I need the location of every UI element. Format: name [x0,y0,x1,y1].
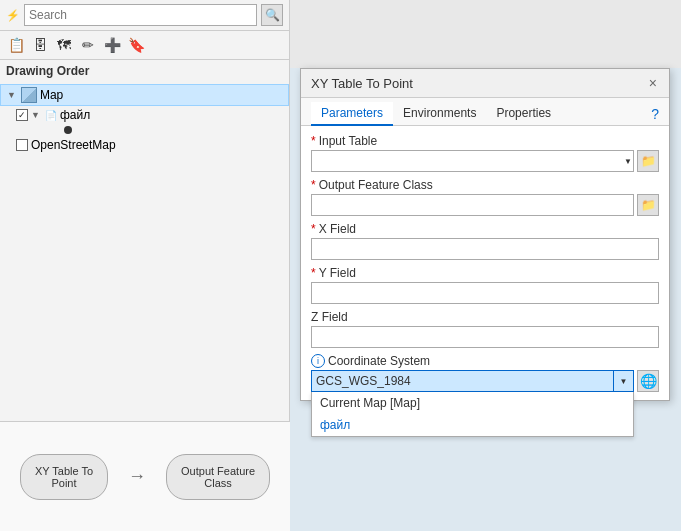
x-field-input[interactable] [311,238,659,260]
coord-system-label: i Coordinate System [311,354,659,368]
drawing-order-label: Drawing Order [0,60,289,82]
map-icon[interactable]: 🗺 [54,35,74,55]
group-icon[interactable]: ➕ [102,35,122,55]
output-feature-class-field: * Output Feature Class 📁 [311,178,659,216]
coord-system-label-text: Coordinate System [328,354,430,368]
input-table-input-row: ▼ 📁 [311,150,659,172]
coord-system-input[interactable] [311,370,614,392]
dialog-tabs: Parameters Environments Properties ? [301,98,669,126]
coord-globe-button[interactable]: 🌐 [637,370,659,392]
left-panel: ⚡ 🔍 📋 🗄 🗺 ✏ ➕ 🔖 Drawing Order ▼ Map ▼ 📄 … [0,0,290,531]
x-field-label: * X Field [311,222,659,236]
layer-checkbox-file[interactable] [16,109,28,121]
diagram-box-output: Output Feature Class [166,454,270,500]
search-input[interactable] [24,4,257,26]
input-table-field: * Input Table ▼ 📁 [311,134,659,172]
layer-name-map: Map [40,88,63,102]
info-icon: i [311,354,325,368]
coordinate-system-field: i Coordinate System ▼ Current Map [Map] … [311,354,659,392]
expand-icon-file: ▼ [31,110,40,120]
coord-system-dropdown-popup: Current Map [Map] файл [311,392,634,437]
diagram-box2-text: Output Feature [181,465,255,477]
diagram-box1-text: XY Table To [35,465,93,477]
xy-table-to-point-dialog: XY Table To Point × Parameters Environme… [300,68,670,401]
required-star-y: * [311,266,316,280]
input-table-label-text: Input Table [319,134,378,148]
bookmark-icon[interactable]: 🔖 [126,35,146,55]
input-table-dropdown-wrapper: ▼ [311,150,634,172]
tab-properties[interactable]: Properties [486,102,561,126]
z-field-label: Z Field [311,310,659,324]
output-fc-folder-button[interactable]: 📁 [637,194,659,216]
output-fc-input-row: 📁 [311,194,659,216]
coord-field-wrapper: ▼ Current Map [Map] файл [311,370,634,392]
y-field-input[interactable] [311,282,659,304]
output-fc-input[interactable] [311,194,634,216]
add-layer-icon[interactable]: 📋 [6,35,26,55]
tab-parameters[interactable]: Parameters [311,102,393,126]
z-field-label-text: Z Field [311,310,348,324]
x-field-label-text: X Field [319,222,356,236]
expand-icon: ▼ [7,90,16,100]
x-field-field: * X Field [311,222,659,260]
z-field-field: Z Field [311,310,659,348]
layer-bullet [64,126,72,134]
filter-icon: ⚡ [6,9,20,22]
input-table-label: * Input Table [311,134,659,148]
edit-icon[interactable]: ✏ [78,35,98,55]
dialog-title: XY Table To Point [311,76,413,91]
tab-environments[interactable]: Environments [393,102,486,126]
y-field-field: * Y Field [311,266,659,304]
toolbar: 📋 🗄 🗺 ✏ ➕ 🔖 [0,31,289,60]
coord-option-current-map[interactable]: Current Map [Map] [312,392,633,414]
layer-item-bullet [0,124,289,136]
diagram-box1-text2: Point [51,477,76,489]
search-bar: ⚡ 🔍 [0,0,289,31]
diagram-box-input: XY Table To Point [20,454,108,500]
search-button[interactable]: 🔍 [261,4,283,26]
coord-dropdown-button[interactable]: ▼ [614,370,634,392]
coord-option-file[interactable]: файл [312,414,633,436]
output-fc-label: * Output Feature Class [311,178,659,192]
input-table-input[interactable] [311,150,634,172]
diagram-box2-text2: Class [204,477,232,489]
diagram-area: XY Table To Point → Output Feature Class [0,421,290,531]
help-icon[interactable]: ? [651,106,659,122]
y-field-label-text: Y Field [319,266,356,280]
z-field-input-row [311,326,659,348]
layer-item-map[interactable]: ▼ Map [0,84,289,106]
diagram-arrow: → [128,466,146,487]
layer-name-osm: OpenStreetMap [31,138,116,152]
output-fc-label-text: Output Feature Class [319,178,433,192]
dialog-close-button[interactable]: × [647,75,659,91]
map-layer-icon [21,87,37,103]
y-field-label: * Y Field [311,266,659,280]
required-star-output: * [311,178,316,192]
z-field-input[interactable] [311,326,659,348]
y-field-input-row [311,282,659,304]
file-layer-icon: 📄 [45,110,57,121]
x-field-input-row [311,238,659,260]
dialog-body: * Input Table ▼ 📁 * Output Feature Class… [301,126,669,400]
layer-checkbox-osm[interactable] [16,139,28,151]
dialog-titlebar: XY Table To Point × [301,69,669,98]
coord-system-input-row: ▼ Current Map [Map] файл 🌐 [311,370,659,392]
layer-name-file: файл [60,108,90,122]
input-table-folder-button[interactable]: 📁 [637,150,659,172]
database-icon[interactable]: 🗄 [30,35,50,55]
layer-item-osm[interactable]: OpenStreetMap [0,136,289,154]
layer-item-file[interactable]: ▼ 📄 файл [0,106,289,124]
required-star-input: * [311,134,316,148]
required-star-x: * [311,222,316,236]
